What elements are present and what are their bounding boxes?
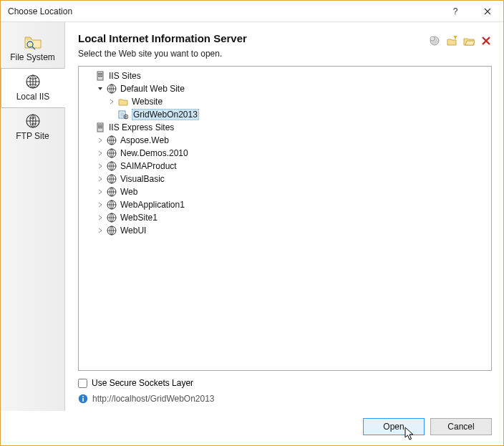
tree-node-iis-sites[interactable]: IIS Sites xyxy=(79,69,491,82)
tree-label: Web xyxy=(120,187,137,197)
window-title: Choose Location xyxy=(8,6,439,16)
tree-label: IIS Express Sites xyxy=(109,122,174,132)
svg-rect-17 xyxy=(98,125,102,125)
svg-rect-18 xyxy=(98,126,102,127)
chevron-right-icon[interactable] xyxy=(94,215,106,220)
chevron-right-icon[interactable] xyxy=(106,99,117,105)
chevron-right-icon[interactable] xyxy=(94,176,106,182)
url-text: http://localhost/GridWebOn2013 xyxy=(92,394,215,404)
tree-label: WebSite1 xyxy=(120,213,158,223)
tree-label: Website xyxy=(132,97,163,107)
tree-node-express[interactable]: WebApplication1 xyxy=(79,198,491,211)
cancel-button[interactable]: Cancel xyxy=(430,418,492,435)
toolbar xyxy=(429,32,492,47)
content-panel: Local Internet Information Server Select… xyxy=(65,22,503,411)
chevron-right-icon[interactable] xyxy=(94,137,106,143)
url-row: http://localhost/GridWebOn2013 xyxy=(78,394,492,404)
tree-label: WebUI xyxy=(120,226,146,236)
svg-rect-11 xyxy=(98,76,102,77)
tree-node-express[interactable]: SAIMAProduct xyxy=(79,160,491,173)
server-icon xyxy=(94,70,106,82)
globe-icon xyxy=(106,147,117,159)
svg-rect-9 xyxy=(98,73,102,74)
close-icon xyxy=(484,8,491,15)
folder-search-icon xyxy=(23,34,43,51)
chevron-right-icon[interactable] xyxy=(94,150,106,156)
tree-label: VisualBasic xyxy=(120,174,165,184)
info-icon xyxy=(78,394,88,404)
chevron-down-icon[interactable] xyxy=(94,86,106,92)
help-icon: ? xyxy=(452,6,459,16)
globe-icon xyxy=(106,186,117,198)
svg-text:?: ? xyxy=(452,6,457,16)
tree-label: WebApplication1 xyxy=(120,200,185,210)
sidebar-label: Local IIS xyxy=(16,92,50,102)
web-app-icon xyxy=(117,109,129,120)
tree-label: Aspose.Web xyxy=(120,135,169,145)
dialog-buttons: Open Cancel xyxy=(1,411,503,445)
chevron-right-icon[interactable] xyxy=(94,202,106,208)
sidebar-label: File System xyxy=(10,52,55,62)
tree-node-website-folder[interactable]: Website xyxy=(79,95,491,108)
new-application-icon[interactable] xyxy=(429,35,440,47)
globe-icon xyxy=(106,173,117,185)
tree-label: SAIMAProduct xyxy=(120,161,177,171)
globe-icon xyxy=(106,212,117,223)
titlebar: Choose Location ? xyxy=(1,1,503,22)
svg-point-38 xyxy=(82,396,84,397)
globe-icon xyxy=(106,160,117,172)
sidebar-item-local-iis[interactable]: Local IIS xyxy=(1,68,65,108)
svg-rect-37 xyxy=(82,398,84,402)
tree-node-express[interactable]: New.Demos.2010 xyxy=(79,147,491,160)
server-icon xyxy=(94,122,106,133)
content-subtitle: Select the Web site you want to open. xyxy=(78,49,429,59)
tree-node-gridwebon2013[interactable]: GridWebOn2013 xyxy=(79,108,491,121)
help-button[interactable]: ? xyxy=(439,1,471,22)
svg-point-7 xyxy=(430,37,435,41)
site-tree[interactable]: IIS Sites Default Web Site xyxy=(78,66,492,371)
new-virtual-directory-icon[interactable] xyxy=(446,35,457,47)
delete-icon[interactable] xyxy=(480,35,492,47)
chevron-right-icon[interactable] xyxy=(94,163,106,169)
main-area: File System Local IIS FTP Site Local Int… xyxy=(1,22,503,411)
tree-label: GridWebOn2013 xyxy=(132,109,199,120)
ssl-checkbox-row[interactable]: Use Secure Sockets Layer xyxy=(78,378,492,388)
tree-node-express[interactable]: Web xyxy=(79,185,491,198)
tree-node-express[interactable]: VisualBasic xyxy=(79,173,491,185)
tree-node-express[interactable]: Aspose.Web xyxy=(79,134,491,147)
sidebar-item-file-system[interactable]: File System xyxy=(1,29,64,68)
tree-label: IIS Sites xyxy=(109,71,141,81)
tree-node-default-web-site[interactable]: Default Web Site xyxy=(79,82,491,95)
tree-node-iis-express-sites[interactable]: IIS Express Sites xyxy=(79,121,491,134)
globe-grid-icon xyxy=(23,73,43,90)
ssl-checkbox[interactable] xyxy=(78,379,87,388)
tree-label: New.Demos.2010 xyxy=(120,148,188,158)
globe-icon xyxy=(106,225,117,236)
globe-icon xyxy=(106,135,117,146)
globe-icon xyxy=(106,83,117,94)
sidebar: File System Local IIS FTP Site xyxy=(1,22,65,411)
tree-node-express[interactable]: WebUI xyxy=(79,224,491,237)
chevron-right-icon[interactable] xyxy=(94,189,106,195)
sidebar-item-ftp-site[interactable]: FTP Site xyxy=(1,108,64,147)
svg-rect-10 xyxy=(98,74,102,75)
close-button[interactable] xyxy=(471,1,503,22)
tree-label: Default Web Site xyxy=(120,84,185,94)
chevron-right-icon[interactable] xyxy=(94,228,106,233)
content-heading: Local Internet Information Server xyxy=(78,32,429,44)
svg-rect-19 xyxy=(98,127,102,128)
open-folder-icon[interactable] xyxy=(463,35,475,47)
globe-arrows-icon xyxy=(23,112,43,130)
open-button[interactable]: Open xyxy=(363,418,425,435)
ssl-label: Use Secure Sockets Layer xyxy=(92,378,193,388)
globe-icon xyxy=(106,199,117,210)
tree-node-express[interactable]: WebSite1 xyxy=(79,211,491,224)
folder-icon xyxy=(117,96,129,107)
sidebar-label: FTP Site xyxy=(16,131,49,141)
